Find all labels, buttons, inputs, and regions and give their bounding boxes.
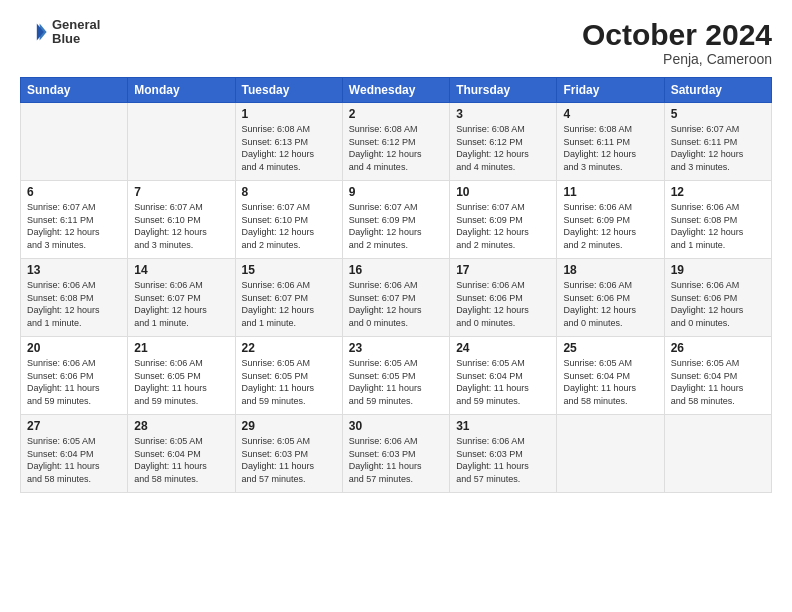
day-info: Sunrise: 6:06 AM Sunset: 6:03 PM Dayligh… <box>349 435 443 485</box>
calendar-cell: 13Sunrise: 6:06 AM Sunset: 6:08 PM Dayli… <box>21 259 128 337</box>
logo-icon <box>20 18 48 46</box>
calendar-cell: 18Sunrise: 6:06 AM Sunset: 6:06 PM Dayli… <box>557 259 664 337</box>
header-friday: Friday <box>557 78 664 103</box>
calendar-title: October 2024 <box>582 18 772 51</box>
calendar-cell: 9Sunrise: 6:07 AM Sunset: 6:09 PM Daylig… <box>342 181 449 259</box>
day-info: Sunrise: 6:06 AM Sunset: 6:08 PM Dayligh… <box>27 279 121 329</box>
day-info: Sunrise: 6:06 AM Sunset: 6:06 PM Dayligh… <box>563 279 657 329</box>
calendar-cell: 7Sunrise: 6:07 AM Sunset: 6:10 PM Daylig… <box>128 181 235 259</box>
day-info: Sunrise: 6:07 AM Sunset: 6:10 PM Dayligh… <box>242 201 336 251</box>
calendar-cell: 23Sunrise: 6:05 AM Sunset: 6:05 PM Dayli… <box>342 337 449 415</box>
calendar-cell: 31Sunrise: 6:06 AM Sunset: 6:03 PM Dayli… <box>450 415 557 493</box>
calendar-cell: 16Sunrise: 6:06 AM Sunset: 6:07 PM Dayli… <box>342 259 449 337</box>
day-info: Sunrise: 6:05 AM Sunset: 6:04 PM Dayligh… <box>563 357 657 407</box>
calendar-week-2: 6Sunrise: 6:07 AM Sunset: 6:11 PM Daylig… <box>21 181 772 259</box>
logo: General Blue <box>20 18 100 47</box>
day-number: 15 <box>242 263 336 277</box>
day-info: Sunrise: 6:07 AM Sunset: 6:09 PM Dayligh… <box>349 201 443 251</box>
day-number: 20 <box>27 341 121 355</box>
day-number: 21 <box>134 341 228 355</box>
day-info: Sunrise: 6:05 AM Sunset: 6:03 PM Dayligh… <box>242 435 336 485</box>
day-number: 3 <box>456 107 550 121</box>
day-number: 4 <box>563 107 657 121</box>
header-wednesday: Wednesday <box>342 78 449 103</box>
day-number: 16 <box>349 263 443 277</box>
day-info: Sunrise: 6:06 AM Sunset: 6:07 PM Dayligh… <box>349 279 443 329</box>
calendar-week-1: 1Sunrise: 6:08 AM Sunset: 6:13 PM Daylig… <box>21 103 772 181</box>
calendar-cell: 29Sunrise: 6:05 AM Sunset: 6:03 PM Dayli… <box>235 415 342 493</box>
day-number: 31 <box>456 419 550 433</box>
day-number: 1 <box>242 107 336 121</box>
day-number: 6 <box>27 185 121 199</box>
calendar-cell: 14Sunrise: 6:06 AM Sunset: 6:07 PM Dayli… <box>128 259 235 337</box>
calendar-cell: 20Sunrise: 6:06 AM Sunset: 6:06 PM Dayli… <box>21 337 128 415</box>
calendar-cell <box>557 415 664 493</box>
calendar-cell: 27Sunrise: 6:05 AM Sunset: 6:04 PM Dayli… <box>21 415 128 493</box>
header-monday: Monday <box>128 78 235 103</box>
day-number: 10 <box>456 185 550 199</box>
calendar-cell: 1Sunrise: 6:08 AM Sunset: 6:13 PM Daylig… <box>235 103 342 181</box>
day-number: 27 <box>27 419 121 433</box>
day-number: 17 <box>456 263 550 277</box>
day-info: Sunrise: 6:08 AM Sunset: 6:13 PM Dayligh… <box>242 123 336 173</box>
day-info: Sunrise: 6:06 AM Sunset: 6:06 PM Dayligh… <box>671 279 765 329</box>
calendar-cell: 30Sunrise: 6:06 AM Sunset: 6:03 PM Dayli… <box>342 415 449 493</box>
calendar-cell: 19Sunrise: 6:06 AM Sunset: 6:06 PM Dayli… <box>664 259 771 337</box>
day-info: Sunrise: 6:05 AM Sunset: 6:05 PM Dayligh… <box>242 357 336 407</box>
day-info: Sunrise: 6:06 AM Sunset: 6:07 PM Dayligh… <box>242 279 336 329</box>
day-number: 19 <box>671 263 765 277</box>
calendar-header-row: SundayMondayTuesdayWednesdayThursdayFrid… <box>21 78 772 103</box>
day-info: Sunrise: 6:07 AM Sunset: 6:09 PM Dayligh… <box>456 201 550 251</box>
logo-text: General Blue <box>52 18 100 47</box>
calendar-cell: 10Sunrise: 6:07 AM Sunset: 6:09 PM Dayli… <box>450 181 557 259</box>
day-info: Sunrise: 6:05 AM Sunset: 6:04 PM Dayligh… <box>134 435 228 485</box>
day-info: Sunrise: 6:08 AM Sunset: 6:11 PM Dayligh… <box>563 123 657 173</box>
calendar-cell <box>128 103 235 181</box>
calendar-cell: 24Sunrise: 6:05 AM Sunset: 6:04 PM Dayli… <box>450 337 557 415</box>
calendar-cell: 3Sunrise: 6:08 AM Sunset: 6:12 PM Daylig… <box>450 103 557 181</box>
day-info: Sunrise: 6:06 AM Sunset: 6:08 PM Dayligh… <box>671 201 765 251</box>
header-thursday: Thursday <box>450 78 557 103</box>
calendar-cell: 8Sunrise: 6:07 AM Sunset: 6:10 PM Daylig… <box>235 181 342 259</box>
day-info: Sunrise: 6:07 AM Sunset: 6:10 PM Dayligh… <box>134 201 228 251</box>
day-number: 8 <box>242 185 336 199</box>
day-info: Sunrise: 6:08 AM Sunset: 6:12 PM Dayligh… <box>456 123 550 173</box>
calendar-week-5: 27Sunrise: 6:05 AM Sunset: 6:04 PM Dayli… <box>21 415 772 493</box>
header-sunday: Sunday <box>21 78 128 103</box>
day-number: 18 <box>563 263 657 277</box>
day-info: Sunrise: 6:07 AM Sunset: 6:11 PM Dayligh… <box>27 201 121 251</box>
day-info: Sunrise: 6:06 AM Sunset: 6:09 PM Dayligh… <box>563 201 657 251</box>
calendar-cell <box>664 415 771 493</box>
calendar-cell: 17Sunrise: 6:06 AM Sunset: 6:06 PM Dayli… <box>450 259 557 337</box>
calendar-cell: 26Sunrise: 6:05 AM Sunset: 6:04 PM Dayli… <box>664 337 771 415</box>
logo-line2: Blue <box>52 32 100 46</box>
calendar-cell: 2Sunrise: 6:08 AM Sunset: 6:12 PM Daylig… <box>342 103 449 181</box>
calendar-cell: 11Sunrise: 6:06 AM Sunset: 6:09 PM Dayli… <box>557 181 664 259</box>
day-info: Sunrise: 6:05 AM Sunset: 6:04 PM Dayligh… <box>27 435 121 485</box>
calendar-subtitle: Penja, Cameroon <box>582 51 772 67</box>
calendar-cell: 22Sunrise: 6:05 AM Sunset: 6:05 PM Dayli… <box>235 337 342 415</box>
calendar-week-4: 20Sunrise: 6:06 AM Sunset: 6:06 PM Dayli… <box>21 337 772 415</box>
day-info: Sunrise: 6:06 AM Sunset: 6:05 PM Dayligh… <box>134 357 228 407</box>
day-number: 29 <box>242 419 336 433</box>
page: General Blue October 2024 Penja, Cameroo… <box>0 0 792 503</box>
day-number: 25 <box>563 341 657 355</box>
header: General Blue October 2024 Penja, Cameroo… <box>20 18 772 67</box>
day-info: Sunrise: 6:05 AM Sunset: 6:05 PM Dayligh… <box>349 357 443 407</box>
day-info: Sunrise: 6:06 AM Sunset: 6:06 PM Dayligh… <box>27 357 121 407</box>
day-number: 28 <box>134 419 228 433</box>
logo-line1: General <box>52 18 100 32</box>
calendar-cell <box>21 103 128 181</box>
header-saturday: Saturday <box>664 78 771 103</box>
title-block: October 2024 Penja, Cameroon <box>582 18 772 67</box>
day-info: Sunrise: 6:06 AM Sunset: 6:07 PM Dayligh… <box>134 279 228 329</box>
calendar-cell: 4Sunrise: 6:08 AM Sunset: 6:11 PM Daylig… <box>557 103 664 181</box>
day-number: 24 <box>456 341 550 355</box>
day-info: Sunrise: 6:05 AM Sunset: 6:04 PM Dayligh… <box>456 357 550 407</box>
day-number: 30 <box>349 419 443 433</box>
day-number: 26 <box>671 341 765 355</box>
calendar-cell: 6Sunrise: 6:07 AM Sunset: 6:11 PM Daylig… <box>21 181 128 259</box>
day-number: 11 <box>563 185 657 199</box>
day-info: Sunrise: 6:05 AM Sunset: 6:04 PM Dayligh… <box>671 357 765 407</box>
day-number: 9 <box>349 185 443 199</box>
